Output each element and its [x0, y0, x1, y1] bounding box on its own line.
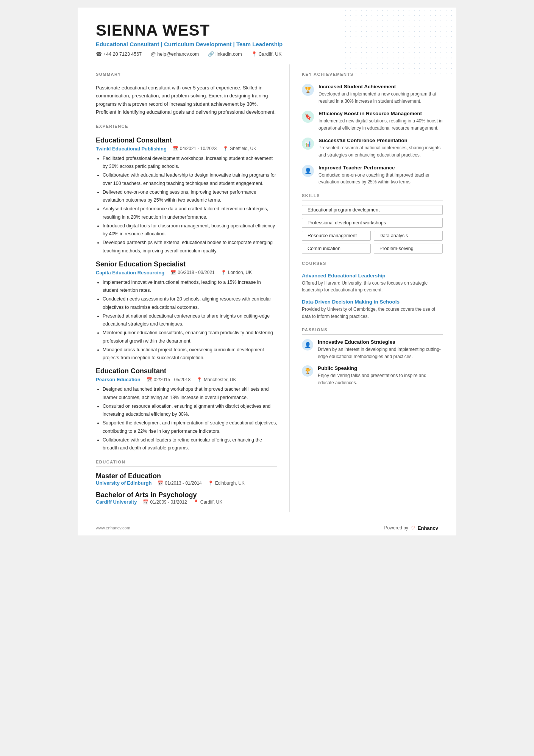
edu-date-2: 📅 01/2009 - 01/2012 [143, 499, 187, 505]
job-meta-2: Capita Education Resourcing 📅 06/2018 - … [96, 270, 277, 275]
job-title-3: Education Consultant [96, 367, 277, 375]
achievement-1: 🏆 Increased Student Achievement Develope… [302, 84, 443, 105]
job-title-2: Senior Education Specialist [96, 260, 277, 268]
location-icon-3: 📍 [197, 377, 202, 382]
ach-title-1: Increased Student Achievement [319, 84, 443, 89]
course-1: Advanced Educational Leadership Offered … [302, 273, 443, 294]
candidate-title: Educational Consultant | Curriculum Deve… [96, 41, 438, 47]
job-date-3: 📅 02/2015 - 05/2018 [147, 377, 190, 382]
skills-section-title: SKILLS [302, 193, 443, 200]
heart-icon: ♡ [411, 525, 415, 531]
job-date-2: 📅 06/2018 - 03/2021 [170, 270, 214, 275]
footer-brand: Powered by ♡ Enhancv [384, 525, 438, 531]
passion-title-2: Public Speaking [318, 365, 443, 371]
course-2: Data-Driven Decision Making in Schools P… [302, 299, 443, 320]
bullet-item: Delivered one-on-one coaching sessions, … [103, 188, 277, 205]
job-bullets-3: Designed and launched training workshops… [96, 385, 277, 452]
edu-school-1: University of Edinburgh [96, 480, 151, 486]
bullet-item: Introduced digital tools for classroom m… [103, 222, 277, 238]
job-date-1: 📅 04/2021 - 10/2023 [173, 146, 217, 151]
ach-title-3: Successful Conference Presentation [319, 138, 443, 143]
achievements-section-title: KEY ACHIEVEMENTS [302, 72, 443, 79]
job-meta-1: Twinkl Educational Publishing 📅 04/2021 … [96, 146, 277, 152]
job-bullets-2: Implemented innovative instructional met… [96, 279, 277, 362]
skills-grid: Educational program development Professi… [302, 205, 443, 254]
edu-location-2: 📍 Cardiff, UK [193, 499, 222, 505]
email-item: @ help@enhancv.com [151, 51, 199, 57]
location-icon-1: 📍 [223, 146, 228, 151]
skill-tag-3: Resource management [302, 231, 371, 241]
summary-text: Passionate educational consultant with o… [96, 84, 277, 116]
passion-desc-1: Driven by an interest in developing and … [318, 346, 443, 360]
job-company-3: Pearson Education [96, 377, 141, 382]
passion-desc-2: Enjoy delivering talks and presentations… [318, 372, 443, 386]
location-text: Cardiff, UK [259, 52, 282, 57]
achievement-icon-1: 🏆 [302, 84, 314, 96]
calendar-icon-edu-2: 📅 [143, 499, 148, 505]
bullet-item: Supported the development and implementa… [103, 419, 277, 435]
achievement-icon-2: 🔖 [302, 111, 314, 123]
location-item: 📍 Cardiff, UK [251, 51, 282, 57]
bullet-item: Analysed student performance data and cr… [103, 205, 277, 221]
bullet-item: Collaborated with educational leadership… [103, 171, 277, 188]
achievement-content-2: Efficiency Boost in Resource Management … [319, 111, 443, 131]
location-icon-edu-1: 📍 [208, 481, 214, 486]
job-location-3: 📍 Manchester, UK [197, 377, 236, 382]
ach-desc-4: Conducted one-on-one coaching that impro… [319, 172, 443, 186]
phone-item: ☎ +44 20 7123 4567 [96, 51, 142, 57]
edu-meta-2: Cardiff University 📅 01/2009 - 01/2012 📍… [96, 499, 277, 505]
location-icon: 📍 [251, 51, 257, 57]
calendar-icon-edu-1: 📅 [158, 481, 163, 486]
achievement-content-1: Increased Student Achievement Developed … [319, 84, 443, 105]
ach-desc-2: Implemented new digital solutions, resul… [319, 117, 443, 131]
job-title-1: Educational Consultant [96, 136, 277, 144]
bullet-item: Collaborated with school leaders to refi… [103, 436, 277, 452]
edu-degree-2: Bachelor of Arts in Psychology [96, 491, 277, 499]
linkedin-item: 🔗 linkedin.com [208, 51, 242, 57]
footer: www.enhancv.com Powered by ♡ Enhancv [78, 520, 456, 535]
skill-tag-2: Professional development workshops [302, 218, 443, 228]
job-location-1: 📍 Sheffield, UK [223, 146, 256, 151]
footer-website: www.enhancv.com [96, 526, 130, 530]
courses-section-title: COURSES [302, 261, 443, 268]
passion-2: 🏆 Public Speaking Enjoy delivering talks… [302, 365, 443, 386]
skill-tag-6: Problem-solving [374, 244, 443, 254]
candidate-name: SIENNA WEST [96, 21, 438, 39]
bullet-item: Facilitated professional development wor… [103, 155, 277, 171]
resume-page: SIENNA WEST Educational Consultant | Cur… [78, 8, 456, 535]
achievement-content-4: Improved Teacher Performance Conducted o… [319, 165, 443, 186]
achievement-icon-3: 📊 [302, 138, 314, 150]
bullet-item: Conducted needs assessments for 20 schoo… [103, 295, 277, 311]
edu-location-1: 📍 Edinburgh, UK [208, 481, 245, 486]
calendar-icon-3: 📅 [147, 377, 152, 382]
summary-section-title: SUMMARY [96, 72, 277, 79]
main-content: SUMMARY Passionate educational consultan… [78, 64, 456, 520]
passion-icon-2: 🏆 [302, 365, 313, 377]
course-desc-2: Provided by University of Cambridge, the… [302, 306, 443, 320]
passion-icon-1: 👤 [302, 339, 313, 351]
job-company-1: Twinkl Educational Publishing [96, 146, 167, 152]
email-icon: @ [151, 51, 156, 57]
achievement-4: 👤 Improved Teacher Performance Conducted… [302, 165, 443, 186]
edu-date-1: 📅 01/2013 - 01/2014 [158, 481, 201, 486]
left-column: SUMMARY Passionate educational consultan… [78, 64, 290, 512]
bullet-item: Mentored junior education consultants, e… [103, 329, 277, 345]
bullet-item: Consulted on resource allocation, ensuri… [103, 402, 277, 419]
ach-title-4: Improved Teacher Performance [319, 165, 443, 171]
job-company-2: Capita Education Resourcing [96, 270, 164, 275]
email-text: help@enhancv.com [157, 52, 199, 57]
phone-text: +44 20 7123 4567 [103, 52, 142, 57]
right-column: KEY ACHIEVEMENTS 🏆 Increased Student Ach… [290, 64, 456, 512]
achievement-content-3: Successful Conference Presentation Prese… [319, 138, 443, 158]
edu-meta-1: University of Edinburgh 📅 01/2013 - 01/2… [96, 480, 277, 486]
skill-tag-1: Educational program development [302, 205, 443, 215]
edu-school-2: Cardiff University [96, 499, 137, 505]
education-section-title: EDUCATION [96, 460, 277, 467]
bullet-item: Implemented innovative instructional met… [103, 279, 277, 295]
achievement-2: 🔖 Efficiency Boost in Resource Managemen… [302, 111, 443, 131]
calendar-icon-2: 📅 [170, 270, 176, 275]
powered-by-text: Powered by [384, 525, 408, 531]
achievement-icon-4: 👤 [302, 165, 314, 177]
passion-title-1: Innovative Education Strategies [318, 339, 443, 345]
phone-icon: ☎ [96, 51, 102, 57]
